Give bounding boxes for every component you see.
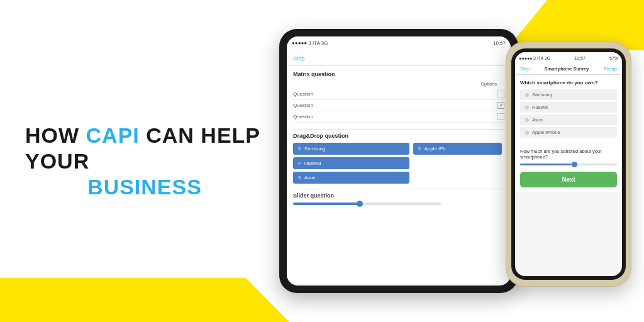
iphone-recap-button[interactable]: Recap <box>603 66 617 72</box>
drag-item-huawei[interactable]: ≡ Huawei <box>293 157 409 169</box>
next-button[interactable]: Next <box>520 172 617 187</box>
matrix-label-3: Question <box>293 114 313 119</box>
iphone-question-2: How much are you satisfied about your sm… <box>520 148 617 160</box>
matrix-label-1: Question <box>293 91 313 97</box>
drag-handle-icon: ≡ <box>418 146 421 152</box>
drag-item-label: Huawei <box>304 160 321 166</box>
option-indicator <box>525 118 529 122</box>
iphone-slider-fill <box>520 164 574 165</box>
iphone-content: Which smartphone do you own? Samsung Hua… <box>515 75 622 192</box>
iphone-question-1: Which smartphone do you own? <box>520 80 617 86</box>
iphone-survey-title: Smartphone Survey <box>544 66 589 72</box>
ipad-time: 10:57 <box>493 40 506 46</box>
iphone-carrier: ●●●●● 3 ITA 3G <box>519 56 550 60</box>
matrix-label-2: Question <box>293 103 313 108</box>
drag-drop-area: ≡ Samsung ≡ Huawei ≡ Asus <box>293 143 504 184</box>
slider-fill <box>293 203 360 205</box>
headline-line1: HOW CAPI CAN HELP YOUR <box>25 123 260 173</box>
iphone-nav: Stop Smartphone Survey Recap <box>515 64 622 75</box>
iphone-slider-thumb[interactable] <box>572 162 577 167</box>
left-section: HOW CAPI CAN HELP YOUR BUSINESS <box>25 123 264 199</box>
matrix-section-title: Matrix question <box>293 71 504 77</box>
iphone-stop-button[interactable]: Stop <box>520 66 530 72</box>
iphone-time: 10:57 <box>574 56 586 60</box>
drag-item-label: Samsung <box>304 146 326 152</box>
drag-item-label: Asus <box>304 175 316 180</box>
devices-container: ●●●●● 3 ITA 3G 10:57 Stop Matrix questio… <box>279 16 631 306</box>
ipad-status-bar: ●●●●● 3 ITA 3G 10:57 <box>287 36 511 49</box>
option-label: Huawei <box>532 104 548 110</box>
matrix-checkbox-2[interactable]: ✓ <box>497 102 504 109</box>
matrix-header: Options <box>293 81 504 87</box>
yellow-corner-bottom-left <box>0 278 289 322</box>
headline-capi: CAPI <box>86 123 140 147</box>
iphone-option-huawei[interactable]: Huawei <box>520 102 617 113</box>
section-divider-2 <box>293 189 504 189</box>
iphone-option-apple[interactable]: Apple iPhone <box>520 127 617 138</box>
section-divider <box>293 129 504 130</box>
iphone-separator <box>520 143 617 143</box>
drag-handle-icon: ≡ <box>298 160 301 166</box>
option-indicator <box>525 106 529 109</box>
option-label: Samsung <box>532 92 552 97</box>
iphone-slider[interactable] <box>520 164 617 165</box>
drop-item-label: Apple iPh <box>424 146 445 152</box>
slider-title: Slider question <box>293 192 504 199</box>
iphone-battery: 57% <box>609 56 618 60</box>
options-label: Options <box>480 81 497 87</box>
matrix-checkbox-1[interactable] <box>497 91 504 97</box>
matrix-row: Question <box>293 111 504 123</box>
drag-handle-icon: ≡ <box>298 146 301 152</box>
iphone-device: ●●●●● 3 ITA 3G 10:57 57% Stop Smartphone… <box>506 42 631 287</box>
drag-items: ≡ Samsung ≡ Huawei ≡ Asus <box>293 143 409 184</box>
drag-drop-title: Drag&Drop question <box>293 133 504 139</box>
option-label: Apple iPhone <box>532 130 560 135</box>
ipad-screen: ●●●●● 3 ITA 3G 10:57 Stop Matrix questio… <box>287 36 511 286</box>
drag-handle-icon: ≡ <box>298 175 301 180</box>
iphone-option-samsung[interactable]: Samsung <box>520 89 617 100</box>
slider-track[interactable] <box>293 203 441 205</box>
ipad-carrier: ●●●●● 3 ITA 3G <box>292 40 328 46</box>
headline-business: BUSINESS <box>25 174 264 199</box>
drop-zone: ≡ Apple iPh <box>413 143 502 184</box>
ipad-nav: Stop <box>287 49 511 66</box>
drop-item-apple[interactable]: ≡ Apple iPh <box>413 143 502 155</box>
ipad-device: ●●●●● 3 ITA 3G 10:57 Stop Matrix questio… <box>279 29 518 293</box>
iphone-screen: ●●●●● 3 ITA 3G 10:57 57% Stop Smartphone… <box>515 52 622 276</box>
iphone-inner: ●●●●● 3 ITA 3G 10:57 57% Stop Smartphone… <box>511 48 626 280</box>
matrix-table: Options Question Question ✓ Question <box>293 81 504 123</box>
matrix-row: Question <box>293 89 504 100</box>
matrix-checkbox-3[interactable] <box>497 113 504 120</box>
drag-item-asus[interactable]: ≡ Asus <box>293 172 409 184</box>
main-headline: HOW CAPI CAN HELP YOUR BUSINESS <box>25 123 264 199</box>
ipad-content: Matrix question Options Question Questio… <box>287 66 511 284</box>
drag-item-samsung[interactable]: ≡ Samsung <box>293 143 409 155</box>
iphone-status-bar: ●●●●● 3 ITA 3G 10:57 57% <box>515 52 622 64</box>
option-indicator <box>525 93 529 97</box>
option-label: Asus <box>532 117 543 123</box>
iphone-option-asus[interactable]: Asus <box>520 114 617 125</box>
option-indicator <box>525 131 529 135</box>
slider-thumb[interactable] <box>357 201 363 207</box>
ipad-stop-button[interactable]: Stop <box>293 55 305 62</box>
matrix-row: Question ✓ <box>293 100 504 111</box>
